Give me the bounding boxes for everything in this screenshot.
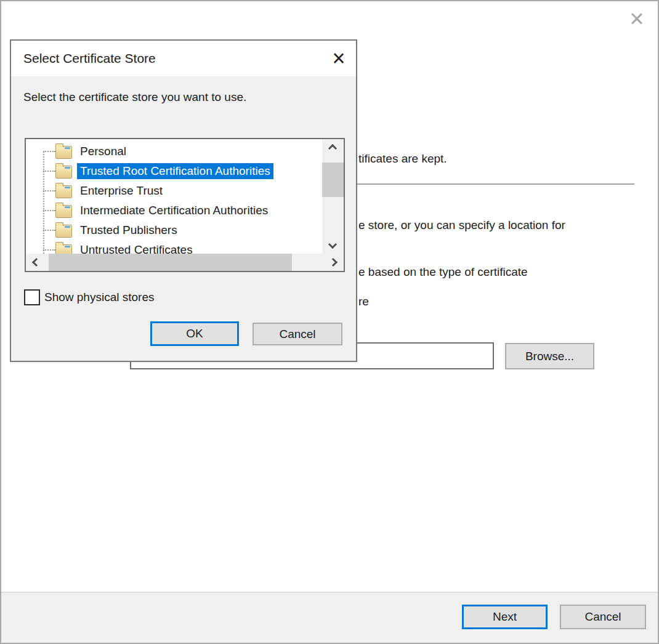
tree-connector-line (43, 151, 55, 152)
scroll-left-icon[interactable] (32, 258, 41, 267)
scroll-down-icon[interactable] (328, 240, 337, 249)
scroll-up-icon[interactable] (328, 144, 337, 153)
wizard-text-store-location: e store, or you can specify a location f… (358, 218, 565, 233)
dialog-title: Select Certificate Store (23, 41, 156, 76)
vertical-scrollbar-thumb[interactable] (322, 163, 344, 197)
store-item-label: Untrusted Certificates (77, 242, 196, 254)
vertical-scrollbar[interactable] (322, 139, 344, 254)
tree-connector-line (43, 171, 55, 172)
window-close-icon[interactable]: × (623, 5, 650, 32)
wizard-separator-line (357, 183, 634, 185)
dialog-titlebar: Select Certificate Store × (11, 41, 356, 76)
wizard-text-store-suffix: re (358, 294, 369, 309)
store-item-label: Enterprise Trust (77, 183, 166, 199)
select-certificate-store-dialog: Select Certificate Store × Select the ce… (10, 39, 357, 362)
show-physical-stores-label: Show physical stores (44, 291, 154, 304)
scroll-right-icon[interactable] (329, 258, 338, 267)
wizard-text-certificates-kept: tificates are kept. (358, 151, 447, 166)
show-physical-stores-row: Show physical stores (24, 289, 154, 305)
dialog-close-icon[interactable]: × (325, 45, 352, 72)
wizard-footer: Next Cancel (1, 592, 658, 643)
wizard-text-based-on-type: e based on the type of certificate (358, 265, 528, 280)
next-button[interactable]: Next (462, 605, 548, 629)
folder-icon (55, 166, 72, 179)
dialog-instruction: Select the certificate store you want to… (23, 91, 246, 104)
browse-button[interactable]: Browse... (505, 343, 594, 369)
ok-button[interactable]: OK (150, 321, 239, 346)
horizontal-scrollbar-thumb[interactable] (49, 254, 292, 271)
store-item-label: Trusted Root Certification Authorities (77, 163, 273, 179)
store-item[interactable]: Personal (26, 142, 322, 161)
tree-connector-line (43, 249, 55, 251)
store-item[interactable]: Trusted Root Certification Authorities (26, 161, 322, 181)
tree-connector-line (43, 190, 55, 191)
store-item-label: Trusted Publishers (77, 222, 180, 238)
store-item[interactable]: Trusted Publishers (26, 220, 322, 240)
folder-icon (55, 244, 72, 254)
wizard-cancel-button[interactable]: Cancel (560, 605, 646, 629)
store-item[interactable]: Enterprise Trust (26, 181, 322, 201)
folder-icon (55, 225, 72, 238)
tree-connector-line (43, 210, 55, 211)
store-tree-rows: Personal Trusted Root Certification Auth… (26, 139, 322, 254)
certificate-store-tree: Personal Trusted Root Certification Auth… (25, 138, 345, 272)
dialog-cancel-button[interactable]: Cancel (253, 323, 342, 345)
folder-icon (55, 205, 72, 218)
store-item-label: Personal (77, 143, 129, 159)
dialog-body: Select the certificate store you want to… (11, 76, 356, 361)
folder-icon (55, 146, 72, 159)
tree-connector-line (43, 230, 55, 231)
folder-icon (55, 185, 72, 198)
certificate-import-wizard-window: × tificates are kept. e store, or you ca… (0, 0, 659, 644)
store-item[interactable]: Intermediate Certification Authorities (26, 201, 322, 220)
store-item-label: Intermediate Certification Authorities (77, 203, 271, 219)
show-physical-stores-checkbox[interactable] (24, 289, 40, 305)
store-item[interactable]: Untrusted Certificates (26, 240, 322, 254)
horizontal-scrollbar[interactable] (26, 254, 344, 271)
